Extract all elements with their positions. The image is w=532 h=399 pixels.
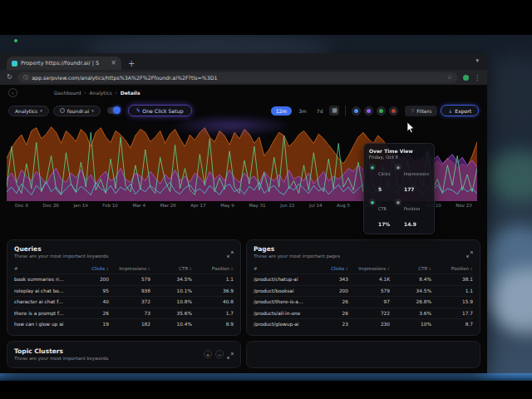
tab-search-chevron-icon[interactable]: ▾ bbox=[475, 57, 479, 64]
expand-icon[interactable] bbox=[466, 245, 473, 261]
chevron-right-icon: › bbox=[116, 90, 117, 95]
table-row[interactable]: /product/chatup-ai 343 4.1K 8.4% 38.1 bbox=[254, 273, 473, 285]
one-click-setup-label: One Click Setup bbox=[142, 108, 183, 114]
x-axis-tick: Dec 28 bbox=[42, 203, 58, 208]
page-position: 8.7 bbox=[431, 322, 473, 327]
property-favicon-icon bbox=[60, 108, 65, 113]
x-axis-tick: Dec 8 bbox=[15, 203, 28, 208]
table-row[interactable]: /product/booksai 200 579 34.5% 1.1 bbox=[254, 285, 473, 297]
page-impressions: 4.1K bbox=[348, 277, 390, 282]
integration-icon-2[interactable] bbox=[364, 106, 373, 116]
chart-toggle-switch[interactable] bbox=[107, 107, 121, 114]
column-position[interactable]: Position↕ bbox=[431, 266, 473, 271]
funnel-icon: ▽ bbox=[411, 108, 414, 113]
column-clicks[interactable]: Clicks↕ bbox=[67, 266, 109, 271]
table-row[interactable]: there is a prompt for that 26 73 35.6% 1… bbox=[14, 308, 234, 319]
integration-icon-3[interactable] bbox=[377, 106, 386, 116]
browser-menu-icon[interactable]: ⋮ bbox=[474, 74, 480, 81]
page-ctr: 34.5% bbox=[390, 288, 431, 293]
integration-icon-4[interactable] bbox=[389, 106, 398, 116]
column-clicks[interactable]: Clicks↕ bbox=[307, 266, 348, 271]
breadcrumb: Dashboard › Analytics › Details bbox=[54, 90, 140, 96]
page-url: /product/booksai bbox=[254, 288, 307, 293]
new-tab-button[interactable]: + bbox=[128, 59, 135, 68]
download-icon: ↓ bbox=[448, 108, 452, 114]
page-ctr: 26.8% bbox=[390, 299, 431, 304]
reload-icon[interactable]: ↻ bbox=[7, 74, 12, 81]
site-info-icon[interactable]: ⓘ bbox=[23, 74, 29, 81]
tab-title: Property https://foundr.ai/ | S bbox=[21, 60, 107, 66]
metric-label: Clicks bbox=[378, 171, 391, 176]
range-12m-button[interactable]: 12m bbox=[271, 106, 292, 116]
sidebar-toggle-button[interactable]: › bbox=[8, 88, 17, 97]
page-impressions: 97 bbox=[348, 299, 390, 304]
analytics-dropdown[interactable]: Analytics ▾ bbox=[8, 106, 49, 116]
filters-button[interactable]: ▽ Filters bbox=[405, 106, 437, 116]
column-impressions[interactable]: Impressions↕ bbox=[109, 266, 150, 271]
browser-url-bar: ↻ ⓘ app.serpview.com/analytics/https%3A%… bbox=[0, 70, 487, 85]
table-row[interactable]: roleplay ai chat bot free, no sign up 95… bbox=[14, 285, 234, 297]
extension-icon[interactable] bbox=[463, 75, 469, 81]
table-row[interactable]: how can i glow up ai 19 182 10.4% 8.9 bbox=[14, 318, 234, 330]
expand-icon[interactable] bbox=[227, 245, 234, 261]
purple-glow bbox=[169, 115, 293, 136]
page-position: 17.7 bbox=[431, 311, 473, 316]
letterbox-top bbox=[0, 0, 532, 35]
bookmark-star-icon[interactable]: ☆ bbox=[447, 74, 452, 81]
column-keyword[interactable]: # bbox=[14, 266, 67, 271]
page-position: 38.1 bbox=[431, 277, 473, 282]
query-clicks: 26 bbox=[67, 311, 109, 316]
column-ctr[interactable]: CTR↕ bbox=[390, 266, 431, 271]
integration-icon-1[interactable] bbox=[352, 106, 361, 116]
topic-clusters-card: Topic Clusters These are your most impor… bbox=[7, 341, 241, 368]
expand-icon[interactable] bbox=[227, 347, 234, 362]
breadcrumb-analytics[interactable]: Analytics bbox=[90, 90, 112, 96]
metric-icon: ● bbox=[395, 164, 401, 170]
tab-close-icon[interactable]: × bbox=[111, 60, 116, 66]
browser-tab[interactable]: Property https://foundr.ai/ | S × bbox=[7, 57, 121, 70]
address-bar[interactable]: ⓘ app.serpview.com/analytics/https%3A%2F… bbox=[17, 72, 458, 83]
export-button[interactable]: ↓ Export bbox=[441, 105, 479, 116]
page-ctr: 3.6% bbox=[390, 311, 431, 316]
zoom-out-button[interactable]: − bbox=[215, 350, 224, 358]
query-impressions: 938 bbox=[109, 288, 150, 293]
query-position: 8.9 bbox=[192, 322, 234, 327]
table-row[interactable]: book summaries right from your ca... 200… bbox=[14, 273, 234, 285]
column-ctr[interactable]: CTR↕ bbox=[150, 266, 192, 271]
query-keyword: character ai chat free, no sign up bbox=[14, 299, 67, 304]
chevron-down-icon: ▾ bbox=[91, 108, 94, 113]
page-ctr: 8.4% bbox=[390, 277, 431, 282]
column-impressions[interactable]: Impressions↕ bbox=[348, 266, 390, 271]
tooltip-metrics: ● Clicks 5 ● Impressions 177 bbox=[369, 163, 429, 229]
metric-value: 14.9 bbox=[404, 221, 416, 227]
page-url: /product/there-is-a-prompt-for-that bbox=[254, 299, 307, 304]
page-content: › Dashboard › Analytics › Details Analyt… bbox=[0, 85, 487, 373]
property-dropdown-label: foundr.ai bbox=[67, 108, 89, 114]
query-ctr: 10.4% bbox=[150, 322, 192, 327]
x-axis-tick: Aug 5 bbox=[337, 203, 350, 208]
divider bbox=[345, 106, 346, 116]
queries-header-row: # Clicks↕ Impressions↕ CTR↕ Position↕ bbox=[14, 266, 234, 273]
table-row[interactable]: /product/there-is-a-prompt-for-that 26 9… bbox=[254, 296, 473, 308]
table-row[interactable]: character ai chat free, no sign up 40 37… bbox=[14, 296, 234, 308]
column-page[interactable]: # bbox=[254, 266, 307, 271]
property-dropdown[interactable]: foundr.ai ▾ bbox=[53, 106, 101, 116]
column-position[interactable]: Position↕ bbox=[192, 266, 234, 271]
query-impressions: 182 bbox=[109, 322, 150, 327]
zoom-in-button[interactable]: + bbox=[204, 350, 212, 358]
table-row[interactable]: /product/glowup-ai 23 230 10% 8.7 bbox=[254, 318, 473, 330]
range-7d-button[interactable]: 7d bbox=[313, 106, 327, 116]
sort-icon: ↕ bbox=[230, 267, 234, 271]
breadcrumb-dashboard[interactable]: Dashboard bbox=[54, 90, 81, 96]
url-text[interactable]: app.serpview.com/analytics/https%3A%2F%2… bbox=[32, 75, 444, 81]
page-impressions: 722 bbox=[348, 311, 390, 316]
tooltip-metric: ● Position 14.9 bbox=[395, 198, 429, 229]
x-axis-tick: Jul 14 bbox=[309, 203, 322, 208]
topic-clusters-title: Topic Clusters bbox=[14, 347, 108, 355]
calendar-icon[interactable]: ▦ bbox=[329, 106, 339, 116]
table-row[interactable]: /products/all-in-one 26 722 3.6% 17.7 bbox=[254, 308, 473, 319]
query-impressions: 579 bbox=[109, 277, 150, 282]
metric-value: 17% bbox=[378, 221, 390, 227]
range-3m-button[interactable]: 3m bbox=[295, 106, 310, 116]
queries-title: Queries bbox=[14, 245, 108, 253]
